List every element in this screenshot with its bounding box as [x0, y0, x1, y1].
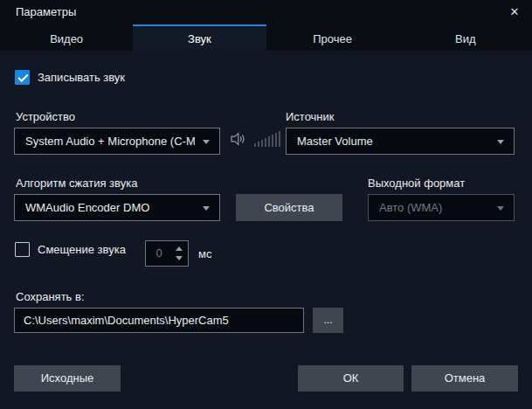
- audio-offset-label[interactable]: Смещение звука: [38, 243, 126, 256]
- spin-up-icon[interactable]: [176, 246, 183, 251]
- audio-offset-unit: мс: [198, 247, 211, 260]
- save-to-label: Сохранять в:: [16, 290, 85, 303]
- save-path-input[interactable]: [14, 308, 304, 333]
- tab-view[interactable]: Вид: [399, 24, 532, 51]
- audio-offset-checkbox[interactable]: [15, 242, 30, 257]
- device-select[interactable]: System Audio + Microphone (C-Med: [14, 128, 220, 155]
- record-audio-label[interactable]: Записывать звук: [38, 71, 125, 84]
- dropdown-arrow-icon: [497, 206, 504, 211]
- cancel-button[interactable]: Отмена: [411, 365, 518, 392]
- device-select-value: System Audio + Microphone (C-Med: [25, 128, 195, 154]
- source-label: Источник: [286, 110, 335, 123]
- dropdown-arrow-icon: [497, 140, 504, 144]
- codec-label: Алгоритм сжатия звука: [16, 177, 137, 190]
- close-icon[interactable]: ✕: [506, 3, 523, 21]
- spinner-arrows: [174, 241, 184, 266]
- titlebar: Параметры ✕: [0, 0, 532, 24]
- ok-button[interactable]: ОК: [298, 365, 404, 392]
- codec-select-value: WMAudio Encoder DMO: [25, 195, 195, 220]
- output-format-select: Авто (WMA): [368, 194, 515, 221]
- defaults-button[interactable]: Исходные: [14, 365, 121, 392]
- speaker-icon: [229, 130, 247, 148]
- codec-select[interactable]: WMAudio Encoder DMO: [14, 194, 220, 221]
- tabbar: Видео Звук Прочее Вид: [0, 24, 532, 51]
- record-audio-checkbox[interactable]: [15, 70, 30, 85]
- tab-other[interactable]: Прочее: [266, 24, 399, 51]
- tab-sound[interactable]: Звук: [133, 24, 266, 51]
- spin-down-icon[interactable]: [176, 256, 183, 260]
- audio-offset-row[interactable]: Смещение звука: [15, 242, 126, 257]
- browse-button[interactable]: ...: [313, 308, 343, 333]
- dialog-title: Параметры: [16, 0, 76, 24]
- source-select[interactable]: Master Volume: [286, 128, 515, 155]
- dropdown-arrow-icon: [203, 206, 210, 211]
- audio-level-meter: [254, 131, 280, 147]
- dropdown-arrow-icon: [203, 140, 210, 144]
- options-dialog: Параметры ✕ Видео Звук Прочее Вид Записы…: [0, 0, 532, 409]
- output-format-label: Выходной формат: [368, 177, 465, 190]
- audio-offset-spinner[interactable]: 0: [145, 240, 189, 267]
- source-select-value: Master Volume: [297, 128, 489, 154]
- output-format-select-value: Авто (WMA): [379, 195, 489, 220]
- audio-indicator: [229, 130, 280, 148]
- device-label: Устройство: [16, 110, 75, 123]
- properties-button[interactable]: Свойства: [236, 194, 342, 221]
- audio-offset-value: 0: [146, 241, 172, 266]
- tab-video[interactable]: Видео: [0, 24, 133, 51]
- record-audio-row[interactable]: Записывать звук: [15, 70, 125, 85]
